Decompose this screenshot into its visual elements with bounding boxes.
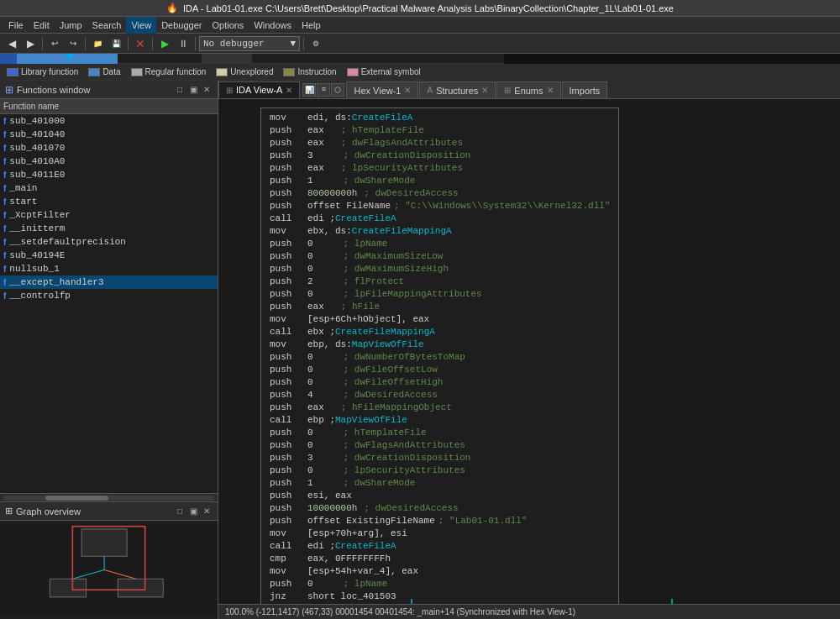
toolbar-undo[interactable]: ↩ [46,35,63,52]
func-icon-2: f [3,144,6,153]
code-line-15: push eax; hFile [270,301,610,313]
func-icon-1: f [3,130,6,139]
ida-list-btn[interactable]: ≡ [317,83,330,97]
menu-options[interactable]: Options [207,17,249,34]
code-line-28: push 0; lpSecurityAttributes [270,464,610,477]
panel-restore-btn[interactable]: ▣ [187,84,199,96]
func-label-8: __initterm [9,223,65,233]
func-except-handler3[interactable]: f __except_handler3 [0,275,218,289]
func-main[interactable]: f _main [0,181,218,195]
menu-view[interactable]: View [126,17,156,34]
func-initterm[interactable]: f __initterm [0,222,218,235]
tab-hex-view-close[interactable]: ✕ [404,86,411,95]
debugger-dropdown[interactable]: No debugger ▼ [199,36,300,51]
graph-minimize-btn[interactable]: □ [174,506,186,517]
func-sub-40194e[interactable]: f sub_40194E [0,249,218,262]
toolbar-open[interactable]: 📁 [89,35,106,52]
menu-search[interactable]: Search [87,17,127,34]
panel-close-btn[interactable]: ✕ [201,84,213,96]
code-line-31: push 10000000h; dwDesiredAccess [270,502,610,515]
func-icon-13: f [3,291,6,301]
tab-enums[interactable]: ⊞ Enums ✕ [496,81,560,98]
code-line-30: push esi, eax [270,490,610,502]
func-xcptfilter[interactable]: f _XcptFilter [0,208,218,222]
func-label-5: _main [9,183,37,193]
tab-struct-icon: A [427,86,433,95]
code-line-27: push 3; dwCreationDisposition [270,452,610,464]
toolbar-save[interactable]: 💾 [108,35,124,52]
toolbar-config[interactable]: ⚙ [307,35,324,52]
func-start[interactable]: f start [0,195,218,208]
graph-body[interactable] [0,521,218,619]
menu-debugger[interactable]: Debugger [156,17,207,34]
functions-list[interactable]: f sub_401000 f sub_401040 f sub_401070 f… [0,114,218,493]
tab-enums-close[interactable]: ✕ [547,86,554,95]
left-scrollbar[interactable] [0,493,218,501]
func-sub-4011e0[interactable]: f sub_4011E0 [0,168,218,181]
func-icon-5: f [3,184,6,193]
func-nullsub-1[interactable]: f nullsub_1 [0,262,218,275]
panel-minimize-btn[interactable]: □ [174,84,186,96]
legend-data: Data [88,67,120,76]
seek-position-arrow [66,54,74,60]
toolbar-arrow-left[interactable]: ◀ [3,35,20,52]
tab-structures[interactable]: A Structures ✕ [419,81,496,98]
left-scrollbar-track [3,496,214,501]
code-line-37: push 0; lpName [270,578,610,590]
code-line-1: push eax; hTemplateFile [270,124,610,137]
code-line-34: call edi ; CreateFileA [270,540,610,553]
tab-structures-close[interactable]: ✕ [481,86,488,95]
menu-edit[interactable]: Edit [29,17,55,34]
code-line-25: push 0; hTemplateFile [270,427,610,439]
function-name-col: Function name [3,102,59,111]
func-setdefaultprecision[interactable]: f __setdefaultprecision [0,235,218,249]
legend-library: Library function [7,67,78,76]
graph-icon: ⊞ [5,506,13,517]
toolbar-arrow-right[interactable]: ▶ [22,35,39,52]
menu-jump[interactable]: Jump [55,17,87,34]
func-label-9: __setdefaultprecision [9,237,126,247]
tab-imports[interactable]: Imports [562,81,608,98]
func-sub-401070[interactable]: f sub_401070 [0,141,218,155]
ida-hex-btn[interactable]: ⬡ [331,83,344,97]
graph-overview: ⊞ Graph overview □ ▣ ✕ [0,501,218,619]
code-line-0: mov edi, ds:CreateFileA [270,112,610,124]
legend-regular-box [131,68,143,76]
menu-file[interactable]: File [3,17,29,34]
graph-close-btn[interactable]: ✕ [201,506,213,517]
func-sub-401000[interactable]: f sub_401000 [0,114,218,128]
tab-structures-label: Structures [436,86,478,96]
left-scrollbar-thumb[interactable] [45,496,108,501]
legend-unexplored-box [216,68,228,76]
toolbar-sep-6 [303,37,304,50]
code-line-11: push 0; dwMaximumSizeLow [270,250,610,263]
toolbar-redo[interactable]: ↪ [65,35,81,52]
code-line-2: push eax; dwFlagsAndAttributes [270,137,610,150]
graph-svg [0,521,218,619]
toolbar-pause[interactable]: ⏸ [175,35,192,52]
legend-external-label: External symbol [361,67,421,76]
toolbar-sep-5 [195,37,196,50]
graph-canvas[interactable]: mov edi, ds:CreateFileA push eax; hTempl… [218,99,840,604]
tab-ida-view-close[interactable]: ✕ [286,86,292,95]
status-text: 100.0% (-121,1417) (467,33) 00001454 004… [225,607,575,616]
menu-windows[interactable]: Windows [249,17,297,34]
code-line-24: call ebp ; MapViewOfFile [270,414,610,427]
menu-help[interactable]: Help [297,17,326,34]
func-icon-3: f [3,157,6,166]
title-bar: 🔥 IDA - Lab01-01.exe C:\Users\Brett\Desk… [0,0,840,17]
ida-chart-btn[interactable]: 📊 [302,83,316,97]
main-content: ⊞ Functions window □ ▣ ✕ Function name f… [0,81,840,619]
svg-rect-1 [81,529,127,556]
func-sub-4010a0[interactable]: f sub_4010A0 [0,155,218,168]
func-sub-401040[interactable]: f sub_401040 [0,128,218,141]
tab-hex-view[interactable]: Hex View-1 ✕ [346,81,418,98]
code-line-17: call ebx ; CreateFileMappingA [270,326,610,338]
graph-restore-btn[interactable]: ▣ [187,506,199,517]
legend-instruction-label: Instruction [297,67,336,76]
toolbar-play[interactable]: ▶ [156,35,173,52]
toolbar-cross[interactable]: ✕ [132,35,149,52]
tab-ida-view[interactable]: ⊞ IDA View-A ✕ [218,81,300,98]
func-controlfp[interactable]: f __controlfp [0,289,218,302]
functions-title: Functions window [17,85,90,95]
